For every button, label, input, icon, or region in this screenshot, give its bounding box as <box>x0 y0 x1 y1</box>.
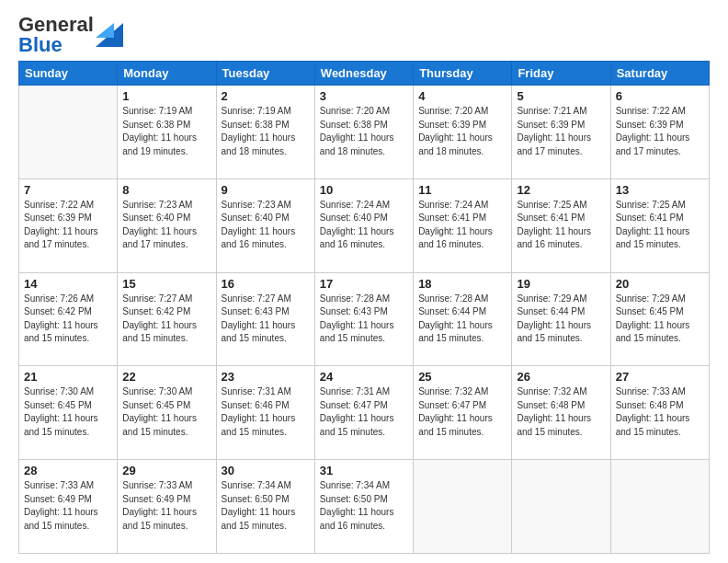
calendar-cell: 30 Sunrise: 7:34 AMSunset: 6:50 PMDaylig… <box>216 460 314 554</box>
day-number: 14 <box>24 277 112 291</box>
day-number: 21 <box>24 370 112 384</box>
calendar-cell <box>610 460 709 554</box>
calendar-cell <box>19 86 118 179</box>
logo: General Blue <box>18 15 123 55</box>
calendar-cell: 22 Sunrise: 7:30 AMSunset: 6:45 PMDaylig… <box>118 366 216 460</box>
weekday-header-monday: Monday <box>118 62 216 86</box>
logo-blue: Blue <box>18 33 63 56</box>
day-number: 3 <box>320 89 408 103</box>
cell-info: Sunrise: 7:21 AMSunset: 6:39 PMDaylight:… <box>517 106 591 156</box>
cell-info: Sunrise: 7:27 AMSunset: 6:43 PMDaylight:… <box>222 293 296 344</box>
day-number: 31 <box>320 464 408 477</box>
cell-info: Sunrise: 7:33 AMSunset: 6:49 PMDaylight:… <box>122 480 197 531</box>
calendar-cell: 14 Sunrise: 7:26 AMSunset: 6:42 PMDaylig… <box>19 272 118 366</box>
calendar-cell: 1 Sunrise: 7:19 AMSunset: 6:38 PMDayligh… <box>118 86 216 179</box>
calendar-cell: 16 Sunrise: 7:27 AMSunset: 6:43 PMDaylig… <box>216 272 314 366</box>
day-number: 13 <box>616 183 704 197</box>
calendar-cell: 4 Sunrise: 7:20 AMSunset: 6:39 PMDayligh… <box>414 86 512 179</box>
weekday-header-tuesday: Tuesday <box>216 62 314 86</box>
logo-text: General Blue <box>18 15 94 55</box>
calendar-cell: 23 Sunrise: 7:31 AMSunset: 6:46 PMDaylig… <box>216 366 314 460</box>
calendar-cell: 7 Sunrise: 7:22 AMSunset: 6:39 PMDayligh… <box>19 178 118 272</box>
cell-info: Sunrise: 7:19 AMSunset: 6:38 PMDaylight:… <box>122 106 197 156</box>
cell-info: Sunrise: 7:34 AMSunset: 6:50 PMDaylight:… <box>320 480 394 531</box>
day-number: 24 <box>320 370 408 384</box>
cell-info: Sunrise: 7:30 AMSunset: 6:45 PMDaylight:… <box>24 386 98 437</box>
day-number: 19 <box>517 277 605 291</box>
cell-info: Sunrise: 7:25 AMSunset: 6:41 PMDaylight:… <box>517 200 591 250</box>
cell-info: Sunrise: 7:34 AMSunset: 6:50 PMDaylight:… <box>222 480 296 531</box>
day-number: 11 <box>418 183 506 197</box>
day-number: 18 <box>418 277 506 291</box>
calendar-cell: 26 Sunrise: 7:32 AMSunset: 6:48 PMDaylig… <box>512 366 610 460</box>
calendar-cell: 21 Sunrise: 7:30 AMSunset: 6:45 PMDaylig… <box>19 366 118 460</box>
calendar-cell: 5 Sunrise: 7:21 AMSunset: 6:39 PMDayligh… <box>512 86 610 179</box>
cell-info: Sunrise: 7:27 AMSunset: 6:42 PMDaylight:… <box>122 293 197 344</box>
cell-info: Sunrise: 7:23 AMSunset: 6:40 PMDaylight:… <box>222 200 296 250</box>
day-number: 28 <box>24 464 112 477</box>
day-number: 15 <box>122 277 210 291</box>
page: General Blue SundayMondayTuesdayWednesda… <box>0 0 728 563</box>
cell-info: Sunrise: 7:30 AMSunset: 6:45 PMDaylight:… <box>122 386 197 437</box>
cell-info: Sunrise: 7:23 AMSunset: 6:40 PMDaylight:… <box>122 200 197 250</box>
cell-info: Sunrise: 7:33 AMSunset: 6:49 PMDaylight:… <box>24 480 98 531</box>
cell-info: Sunrise: 7:31 AMSunset: 6:46 PMDaylight:… <box>222 386 296 437</box>
calendar-cell: 10 Sunrise: 7:24 AMSunset: 6:40 PMDaylig… <box>314 178 413 272</box>
weekday-header-saturday: Saturday <box>610 62 709 86</box>
calendar-header-row: SundayMondayTuesdayWednesdayThursdayFrid… <box>19 62 710 86</box>
cell-info: Sunrise: 7:20 AMSunset: 6:39 PMDaylight:… <box>418 106 493 156</box>
day-number: 17 <box>320 277 408 291</box>
calendar-cell: 19 Sunrise: 7:29 AMSunset: 6:44 PMDaylig… <box>512 272 610 366</box>
cell-info: Sunrise: 7:19 AMSunset: 6:38 PMDaylight:… <box>222 106 296 156</box>
day-number: 26 <box>517 370 605 384</box>
weekday-header-thursday: Thursday <box>414 62 512 86</box>
cell-info: Sunrise: 7:22 AMSunset: 6:39 PMDaylight:… <box>616 106 690 156</box>
day-number: 23 <box>222 370 310 384</box>
day-number: 5 <box>517 89 605 103</box>
day-number: 12 <box>517 183 605 197</box>
day-number: 30 <box>222 464 310 477</box>
calendar-cell: 11 Sunrise: 7:24 AMSunset: 6:41 PMDaylig… <box>414 178 512 272</box>
cell-info: Sunrise: 7:29 AMSunset: 6:45 PMDaylight:… <box>616 293 690 344</box>
cell-info: Sunrise: 7:24 AMSunset: 6:41 PMDaylight:… <box>418 200 493 250</box>
cell-info: Sunrise: 7:25 AMSunset: 6:41 PMDaylight:… <box>616 200 690 250</box>
calendar-cell: 20 Sunrise: 7:29 AMSunset: 6:45 PMDaylig… <box>610 272 709 366</box>
calendar-cell: 18 Sunrise: 7:28 AMSunset: 6:44 PMDaylig… <box>414 272 512 366</box>
calendar-cell <box>512 460 610 554</box>
svg-marker-1 <box>96 23 114 38</box>
day-number: 10 <box>320 183 408 197</box>
day-number: 7 <box>24 183 112 197</box>
calendar-week-3: 14 Sunrise: 7:26 AMSunset: 6:42 PMDaylig… <box>19 272 710 366</box>
cell-info: Sunrise: 7:28 AMSunset: 6:43 PMDaylight:… <box>320 293 394 344</box>
calendar-cell: 15 Sunrise: 7:27 AMSunset: 6:42 PMDaylig… <box>118 272 216 366</box>
calendar-cell: 2 Sunrise: 7:19 AMSunset: 6:38 PMDayligh… <box>216 86 314 179</box>
calendar-cell: 6 Sunrise: 7:22 AMSunset: 6:39 PMDayligh… <box>610 86 709 179</box>
cell-info: Sunrise: 7:29 AMSunset: 6:44 PMDaylight:… <box>517 293 591 344</box>
weekday-header-friday: Friday <box>512 62 610 86</box>
calendar-cell: 12 Sunrise: 7:25 AMSunset: 6:41 PMDaylig… <box>512 178 610 272</box>
day-number: 4 <box>418 89 506 103</box>
day-number: 9 <box>222 183 310 197</box>
cell-info: Sunrise: 7:32 AMSunset: 6:48 PMDaylight:… <box>517 386 591 437</box>
weekday-header-wednesday: Wednesday <box>314 62 413 86</box>
cell-info: Sunrise: 7:33 AMSunset: 6:48 PMDaylight:… <box>616 386 690 437</box>
calendar-cell: 31 Sunrise: 7:34 AMSunset: 6:50 PMDaylig… <box>314 460 413 554</box>
logo-icon <box>96 14 123 47</box>
cell-info: Sunrise: 7:32 AMSunset: 6:47 PMDaylight:… <box>418 386 493 437</box>
calendar-cell: 13 Sunrise: 7:25 AMSunset: 6:41 PMDaylig… <box>610 178 709 272</box>
day-number: 22 <box>122 370 210 384</box>
calendar-cell: 28 Sunrise: 7:33 AMSunset: 6:49 PMDaylig… <box>19 460 118 554</box>
calendar-cell: 24 Sunrise: 7:31 AMSunset: 6:47 PMDaylig… <box>314 366 413 460</box>
day-number: 29 <box>122 464 210 477</box>
calendar-week-5: 28 Sunrise: 7:33 AMSunset: 6:49 PMDaylig… <box>19 460 710 554</box>
calendar-cell: 27 Sunrise: 7:33 AMSunset: 6:48 PMDaylig… <box>610 366 709 460</box>
cell-info: Sunrise: 7:24 AMSunset: 6:40 PMDaylight:… <box>320 200 394 250</box>
calendar-table: SundayMondayTuesdayWednesdayThursdayFrid… <box>18 61 710 554</box>
calendar-cell: 9 Sunrise: 7:23 AMSunset: 6:40 PMDayligh… <box>216 178 314 272</box>
cell-info: Sunrise: 7:20 AMSunset: 6:38 PMDaylight:… <box>320 106 394 156</box>
calendar-cell: 8 Sunrise: 7:23 AMSunset: 6:40 PMDayligh… <box>118 178 216 272</box>
day-number: 6 <box>616 89 704 103</box>
weekday-header-sunday: Sunday <box>19 62 118 86</box>
calendar-cell: 17 Sunrise: 7:28 AMSunset: 6:43 PMDaylig… <box>314 272 413 366</box>
cell-info: Sunrise: 7:31 AMSunset: 6:47 PMDaylight:… <box>320 386 394 437</box>
